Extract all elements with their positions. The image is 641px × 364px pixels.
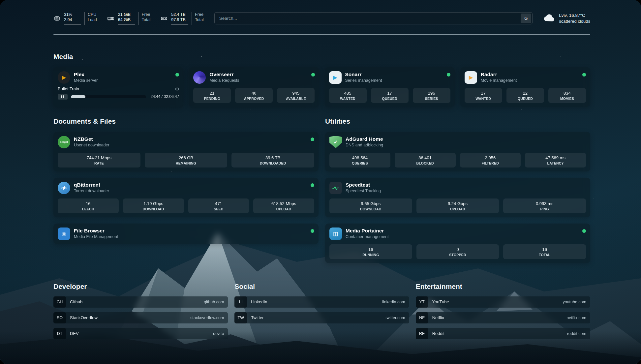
overseerr-icon [193,71,206,84]
player-controls: 24:44 / 02:06:47 [58,94,179,100]
app-title: AdGuard Home [346,136,383,142]
top-bar: 31% 2.94 CPU Load [53,12,590,25]
memory-icon [107,15,115,22]
adguard-shield-icon: ✓ [329,136,342,148]
player-settings-gear-icon[interactable]: ⚙ [175,86,179,92]
bookmark-github[interactable]: GH Github github.com [53,296,228,308]
app-tile-sonarr[interactable]: ▶ Sonarr Series management [329,71,450,84]
stat-downloaded: 39.6 TB DOWNLOADED [231,153,314,167]
status-dot [582,229,586,233]
app-subtitle: Movie management [481,78,517,83]
seek-bar[interactable] [71,95,146,98]
app-card-sonarr: ▶ Sonarr Series management 485 WANTED 17… [325,67,455,107]
stat-rate: 744.21 Mbps RATE [58,153,140,167]
pause-button[interactable] [58,94,68,100]
utilities-column: Utilities ✓ AdGuard Home DNS and adblock… [325,117,590,269]
stat-total: 16 TOTAL [503,244,586,259]
stat-available: 945 AVAILABLE [277,88,315,103]
disk-label-bottom: Total [195,17,203,22]
ram-label-top: Free [142,12,150,17]
app-subtitle: Media File Management [74,234,118,239]
status-dot [582,73,586,76]
app-card-portainer: ◫ Media Portainer Container management 1… [325,224,590,263]
bookmark-dev-to[interactable]: DT DEV dev.to [53,328,228,339]
cpu-percent: 31% [64,12,81,17]
dashboard-screen: 31% 2.94 CPU Load [0,0,641,364]
stat-download: 1.19 Gbps DOWNLOAD [123,198,184,213]
weather-temperature: Lviv, 16.87°C [559,13,590,18]
app-tile-speedtest[interactable]: Speedtest Speedtest Tracking [329,182,586,194]
app-subtitle: Media Requests [209,78,239,83]
app-tile-nzbget[interactable]: nzbget NZBGet Usenet downloader [58,136,314,148]
bookmark-abbr: TW [234,312,247,323]
bookmark-group-developer: Developer GH Github github.com SO StackO… [53,283,228,344]
cpu-load: 2.94 [64,17,81,22]
app-title: Plex [74,71,98,77]
bookmark-abbr: GH [53,296,66,308]
app-tile-filebrowser[interactable]: ◎ File Browser Media File Management [58,228,314,240]
app-subtitle: Speedtest Tracking [346,189,381,193]
disk-total: 97.9 TB [171,17,188,22]
weather-condition: scattered clouds [559,18,590,24]
stat-wanted: 17 WANTED [465,88,502,103]
sonarr-icon: ▶ [329,71,342,84]
stat-remaining: 266 GB REMAINING [145,153,228,167]
filebrowser-icon: ◎ [58,228,70,240]
search-input[interactable] [214,12,533,24]
bookmark-url: stackoverflow.com [190,316,224,320]
search-engine-button[interactable]: G [521,14,531,23]
nzbget-icon: nzbget [58,136,70,148]
media-grid: ▶ Plex Media server Bullet Train ⚙ 24:44… [53,67,590,107]
hard-drive-icon [160,15,168,22]
speedtest-pulse-icon [329,182,342,194]
app-card-speedtest: Speedtest Speedtest Tracking 9.65 Gbps D… [325,178,590,217]
plex-icon: ▶ [58,71,70,84]
bookmark-name: StackOverflow [70,315,98,320]
bookmark-name: Netflix [432,315,444,320]
bookmark-stackoverflow[interactable]: SO StackOverflow stackoverflow.com [53,312,228,323]
app-tile-overseerr[interactable]: Overseerr Media Requests [193,71,315,84]
snow-particles [0,0,1,1]
app-tile-plex[interactable]: ▶ Plex Media server [58,71,179,84]
weather-widget: Lviv, 16.87°C scattered clouds [543,13,590,24]
bookmark-twitter[interactable]: TW Twitter twitter.com [234,312,409,323]
stat-wanted: 485 WANTED [329,88,367,103]
bookmark-name: DEV [70,331,79,336]
bookmark-url: reddit.com [567,331,586,336]
app-title: Sonarr [345,71,382,77]
bookmark-url: youtube.com [563,300,586,304]
app-title: File Browser [74,228,118,234]
section-title-social: Social [234,283,409,290]
bookmark-url: linkedin.com [382,300,405,304]
bookmark-reddit[interactable]: RE Reddit reddit.com [416,328,590,339]
bookmark-url: netflix.com [566,316,586,320]
bookmark-abbr: RE [416,328,428,339]
bookmark-group-social: Social LI LinkedIn linkedin.com TW Twitt… [234,283,409,344]
bookmark-name: YouTube [432,299,449,304]
documents-column: Documents & Files nzbget NZBGet Usenet d… [53,117,319,269]
cpu-widget: 31% 2.94 CPU Load [53,12,97,25]
disk-label-top: Free [195,12,203,17]
stat-movies: 834 MOVIES [548,88,586,103]
bookmark-netflix[interactable]: NF Netflix netflix.com [416,312,590,323]
bookmark-name: Github [70,299,82,304]
bookmark-youtube[interactable]: YT YouTube youtube.com [416,296,590,308]
app-tile-adguard[interactable]: ✓ AdGuard Home DNS and adblocking [329,136,586,148]
stat-upload: 9.24 Gbps UPLOAD [416,198,499,213]
bookmark-linkedin[interactable]: LI LinkedIn linkedin.com [234,296,409,308]
app-title: Radarr [481,71,517,77]
stat-seed: 471 SEED [188,198,249,213]
app-subtitle: Torrent downloader [74,189,109,193]
search-bar: G [214,12,533,24]
bookmark-url: twitter.com [385,316,405,320]
bookmark-abbr: LI [234,296,247,308]
now-playing-row: Bullet Train ⚙ [58,86,179,92]
status-dot [175,73,179,76]
radarr-icon: ▶ [465,71,477,84]
bookmark-name: Twitter [251,315,263,320]
app-tile-qbittorrent[interactable]: qb qBittorrent Torrent downloader [58,182,314,194]
disk-widget: 52.4 TB 97.9 TB Free Total [160,12,203,25]
bookmark-abbr: SO [53,312,66,323]
app-tile-radarr[interactable]: ▶ Radarr Movie management [465,71,586,84]
app-tile-portainer[interactable]: ◫ Media Portainer Container management [329,228,586,240]
